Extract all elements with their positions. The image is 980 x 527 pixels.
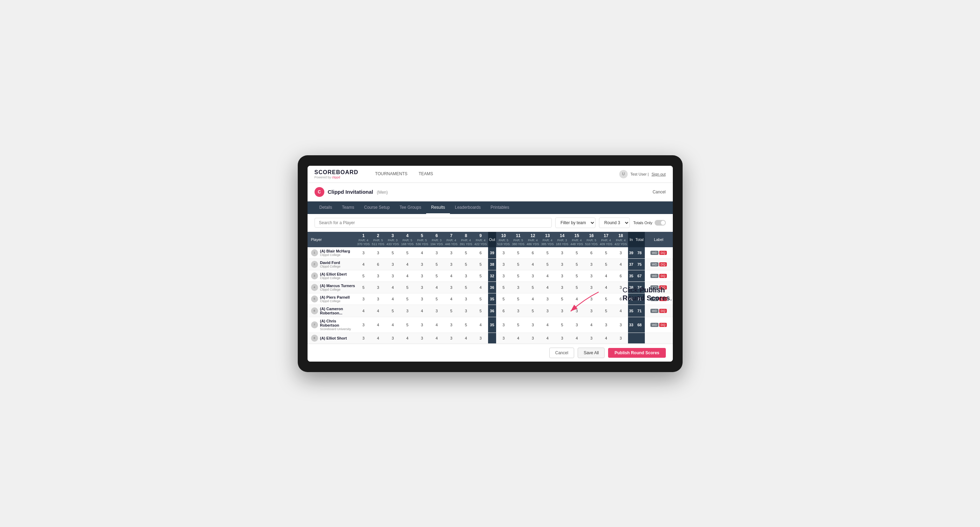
score-hole-6[interactable]: 5	[429, 293, 444, 305]
score-hole-2[interactable]: 3	[371, 281, 385, 293]
score-hole-16[interactable]: 3	[584, 333, 599, 343]
score-hole-3[interactable]: 5	[385, 247, 400, 259]
score-hole-1[interactable]: 3	[356, 333, 371, 343]
wd-badge[interactable]: WD	[651, 309, 659, 313]
dq-badge[interactable]: DQ	[659, 309, 667, 313]
score-hole-3[interactable]: 4	[385, 293, 400, 305]
signout-link[interactable]: Sign out	[651, 172, 665, 176]
score-hole-2[interactable]: 3	[371, 293, 385, 305]
score-hole-11[interactable]: 5	[511, 270, 525, 281]
save-all-button[interactable]: Save All	[578, 348, 605, 358]
wd-badge[interactable]: WD	[651, 323, 659, 327]
score-hole-4[interactable]: 5	[400, 317, 415, 333]
score-hole-14[interactable]: 3	[555, 333, 570, 343]
totals-only-switch[interactable]	[655, 220, 666, 225]
score-hole-5[interactable]: 3	[415, 293, 429, 305]
dq-badge[interactable]: DQ	[659, 274, 667, 278]
score-hole-5[interactable]: 3	[415, 317, 429, 333]
score-hole-14[interactable]: 3	[555, 270, 570, 281]
tab-teams[interactable]: Teams	[337, 202, 359, 214]
score-hole-3[interactable]: 4	[385, 281, 400, 293]
score-hole-13[interactable]: 4	[540, 281, 555, 293]
score-hole-10[interactable]: 6	[496, 305, 511, 317]
score-hole-1[interactable]: 4	[356, 259, 371, 270]
score-hole-3[interactable]: 3	[385, 259, 400, 270]
score-hole-18[interactable]: 6	[613, 270, 628, 281]
score-hole-13[interactable]: 5	[540, 247, 555, 259]
score-hole-17[interactable]: 5	[599, 247, 613, 259]
score-hole-12[interactable]: 3	[525, 333, 540, 343]
score-hole-9[interactable]: 4	[473, 317, 488, 333]
score-hole-1[interactable]: 5	[356, 281, 371, 293]
score-hole-17[interactable]: 5	[599, 259, 613, 270]
score-hole-3[interactable]: 3	[385, 270, 400, 281]
score-hole-18[interactable]: 4	[613, 305, 628, 317]
score-hole-10[interactable]: 3	[496, 317, 511, 333]
score-hole-10[interactable]: 5	[496, 281, 511, 293]
score-hole-17[interactable]: 4	[599, 333, 613, 343]
score-hole-4[interactable]: 5	[400, 247, 415, 259]
score-hole-13[interactable]: 4	[540, 270, 555, 281]
score-hole-14[interactable]: 5	[555, 317, 570, 333]
tab-leaderboards[interactable]: Leaderboards	[450, 202, 486, 214]
score-hole-3[interactable]: 5	[385, 305, 400, 317]
score-hole-7[interactable]: 4	[444, 293, 459, 305]
score-hole-18[interactable]: 3	[613, 247, 628, 259]
score-hole-16[interactable]: 4	[584, 317, 599, 333]
score-hole-11[interactable]: 4	[511, 333, 525, 343]
score-hole-1[interactable]: 3	[356, 247, 371, 259]
score-hole-18[interactable]: 3	[613, 333, 628, 343]
score-hole-5[interactable]: 3	[415, 333, 429, 343]
score-hole-6[interactable]: 5	[429, 270, 444, 281]
score-hole-18[interactable]: 4	[613, 259, 628, 270]
round-select[interactable]: Round 3	[599, 217, 630, 228]
score-hole-12[interactable]: 4	[525, 259, 540, 270]
score-hole-9[interactable]: 4	[473, 281, 488, 293]
score-hole-2[interactable]: 3	[371, 270, 385, 281]
nav-tournaments[interactable]: TOURNAMENTS	[369, 168, 413, 180]
score-hole-6[interactable]: 3	[429, 247, 444, 259]
score-hole-9[interactable]: 5	[473, 259, 488, 270]
score-hole-6[interactable]: 3	[429, 305, 444, 317]
score-hole-8[interactable]: 4	[459, 333, 473, 343]
score-hole-16[interactable]: 3	[584, 270, 599, 281]
tournament-cancel-btn[interactable]: Cancel	[652, 189, 665, 194]
score-hole-12[interactable]: 3	[525, 270, 540, 281]
score-hole-8[interactable]: 5	[459, 281, 473, 293]
score-hole-8[interactable]: 5	[459, 259, 473, 270]
score-hole-7[interactable]: 5	[444, 305, 459, 317]
score-hole-10[interactable]: 3	[496, 270, 511, 281]
score-hole-7[interactable]: 3	[444, 333, 459, 343]
score-hole-2[interactable]: 3	[371, 247, 385, 259]
wd-badge[interactable]: WD	[651, 262, 659, 267]
score-hole-8[interactable]: 5	[459, 317, 473, 333]
score-hole-17[interactable]: 3	[599, 317, 613, 333]
score-hole-12[interactable]: 6	[525, 247, 540, 259]
score-hole-5[interactable]: 3	[415, 259, 429, 270]
score-hole-9[interactable]: 3	[473, 333, 488, 343]
score-hole-9[interactable]: 5	[473, 293, 488, 305]
score-hole-13[interactable]: 3	[540, 305, 555, 317]
score-hole-11[interactable]: 3	[511, 281, 525, 293]
score-hole-2[interactable]: 4	[371, 305, 385, 317]
score-hole-4[interactable]: 5	[400, 281, 415, 293]
dq-badge[interactable]: DQ	[659, 323, 667, 327]
score-hole-1[interactable]: 3	[356, 317, 371, 333]
score-hole-7[interactable]: 3	[444, 281, 459, 293]
score-hole-4[interactable]: 4	[400, 333, 415, 343]
score-hole-2[interactable]: 4	[371, 317, 385, 333]
score-hole-9[interactable]: 6	[473, 247, 488, 259]
score-hole-12[interactable]: 5	[525, 305, 540, 317]
score-hole-3[interactable]: 4	[385, 317, 400, 333]
score-hole-13[interactable]: 3	[540, 293, 555, 305]
score-hole-4[interactable]: 4	[400, 270, 415, 281]
tab-results[interactable]: Results	[426, 202, 450, 214]
score-hole-2[interactable]: 4	[371, 333, 385, 343]
nav-teams[interactable]: TEAMS	[413, 168, 439, 180]
score-hole-17[interactable]: 4	[599, 270, 613, 281]
score-hole-1[interactable]: 4	[356, 305, 371, 317]
score-hole-4[interactable]: 4	[400, 259, 415, 270]
score-hole-4[interactable]: 5	[400, 293, 415, 305]
score-hole-14[interactable]: 3	[555, 259, 570, 270]
filter-by-team-select[interactable]: Filter by team	[555, 217, 595, 228]
